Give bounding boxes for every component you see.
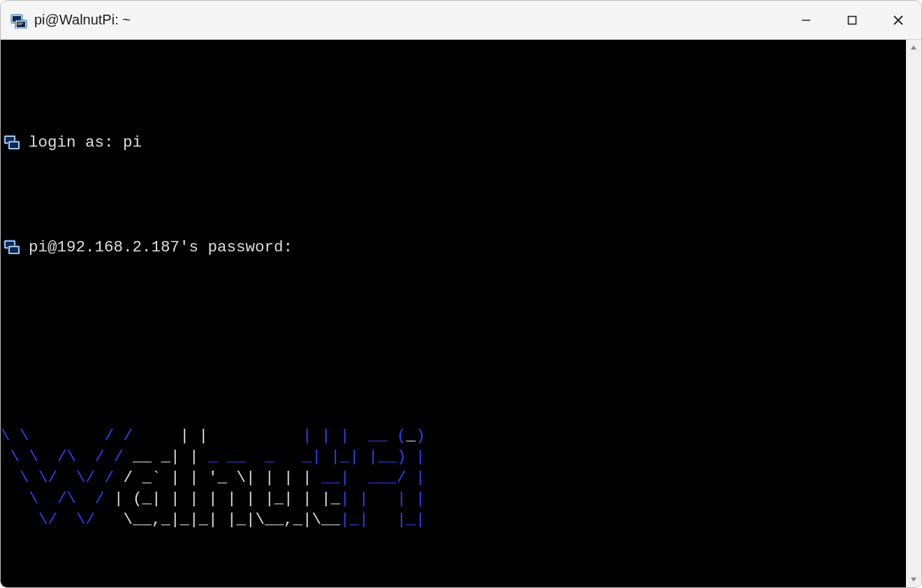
login-prompt-line: login as: pi (1, 132, 906, 153)
login-prompt-label: login as: (29, 133, 114, 152)
login-user: pi (123, 133, 142, 152)
window-controls (783, 1, 921, 39)
password-prompt: pi@192.168.2.187's password: (29, 238, 293, 256)
svg-rect-17 (10, 247, 18, 253)
session-icon (3, 133, 20, 149)
ascii-art-banner: \ \ / / | | | | | __ (_) \ \ /\ / / __ _… (1, 425, 906, 530)
app-window: pi@WalnutPi: ~ login as: pi pi@192.168.2… (0, 0, 922, 588)
close-button[interactable] (875, 1, 921, 40)
maximize-button[interactable] (829, 1, 875, 40)
password-prompt-line: pi@192.168.2.187's password: (1, 237, 906, 258)
scroll-down-arrow[interactable] (906, 572, 921, 587)
svg-rect-7 (849, 17, 856, 24)
svg-rect-13 (10, 142, 18, 148)
minimize-button[interactable] (783, 1, 829, 40)
session-icon (3, 237, 20, 254)
title-bar[interactable]: pi@WalnutPi: ~ (1, 1, 921, 40)
vertical-scrollbar[interactable] (906, 40, 921, 587)
putty-icon (10, 12, 27, 29)
terminal[interactable]: login as: pi pi@192.168.2.187's password… (1, 40, 906, 587)
blank-line (1, 321, 906, 341)
window-title: pi@WalnutPi: ~ (34, 12, 783, 28)
terminal-container: login as: pi pi@192.168.2.187's password… (1, 40, 921, 587)
scroll-up-arrow[interactable] (906, 40, 921, 55)
